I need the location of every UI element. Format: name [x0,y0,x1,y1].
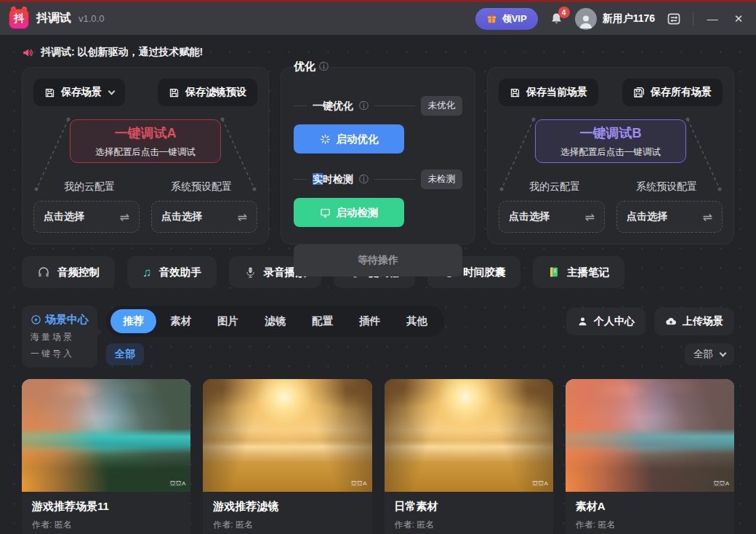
user-account[interactable]: 新用户1176 [575,8,655,30]
save-icon [169,87,180,98]
notification-bell[interactable]: 4 [550,12,563,25]
cloud-select-placeholder: 点击选择 [44,210,84,223]
info-icon[interactable]: ⓘ [319,60,329,73]
start-optimize-button[interactable]: 启动优化 [294,124,404,154]
scene-card[interactable]: 亞亞A 日常素材 作者: 匿名 [385,379,553,534]
panel-debug-b: 保存当前场景 保存所有场景 一键调试B 选择配置后点击一键调试 我的云配置 系统… [487,67,734,244]
save-scene-button[interactable]: 保存场景 [33,79,125,106]
save-current-scene-button[interactable]: 保存当前场景 [499,79,598,106]
image-watermark: 亞亞A [714,479,729,487]
debug-b-subtitle: 选择配置后点击一键调试 [560,146,661,159]
tab-plugins[interactable]: 插件 [347,309,393,333]
save-scene-label: 保存场景 [61,86,102,99]
tool-label: 时间胶囊 [463,266,505,279]
scene-filter-row: 全部 全部 [106,343,734,365]
card-title: 素材A [576,500,724,514]
card-thumbnail: 亞亞A [385,379,553,492]
tab-configs[interactable]: 配置 [299,309,345,333]
system-config-label: 系统预设配置 [145,180,257,194]
settings-panel-icon[interactable] [667,12,681,26]
one-key-debug-b-button[interactable]: 一键调试B 选择配置后点击一键调试 [535,119,686,163]
card-thumbnail: 亞亞A [22,379,190,492]
tab-images[interactable]: 图片 [205,309,251,333]
divider [374,105,415,106]
save-all-scenes-button[interactable]: 保存所有场景 [622,79,723,106]
swap-icon: ⇌ [120,210,129,224]
person-icon [577,316,588,327]
optimize-row-1: 一键优化 ⓘ 未优化 [294,96,462,116]
selected-char: 实 [313,173,323,185]
cloud-upload-icon [665,316,677,327]
card-author: 作者: 匿名 [395,519,543,531]
upload-scene-button[interactable]: 上传场景 [654,308,734,335]
wait-action-label: 等待操作 [358,254,398,267]
vip-label: 领VIP [502,12,527,25]
info-icon[interactable]: ⓘ [359,173,369,186]
announcement-text: 抖调试: 以创新驱动，通过技术赋能! [41,46,203,59]
tool-streamer-notes[interactable]: 主播笔记 [533,256,624,288]
image-watermark: 亞亞A [170,479,185,487]
sort-select[interactable]: 全部 [685,343,734,365]
vip-button[interactable]: 领VIP [475,8,538,30]
scene-center-section: 场景中心 海量场景 一键导入 推荐 素材 图片 滤镜 配置 插件 其他 [22,306,734,367]
card-title: 游戏推荐场景11 [32,500,180,514]
announcement-bar: 抖调试: 以创新驱动，通过技术赋能! [22,42,734,63]
tool-label: 主播笔记 [567,266,609,279]
cloud-select-placeholder: 点击选择 [509,210,550,223]
system-config-select[interactable]: 点击选择 ⇌ [616,201,723,233]
chevron-down-icon [720,349,727,356]
notebook-icon [548,266,560,278]
system-config-select[interactable]: 点击选择 ⇌ [151,201,257,233]
monitor-icon [320,207,331,218]
tab-filters[interactable]: 滤镜 [252,309,298,333]
close-button[interactable]: ✕ [731,12,746,25]
card-thumbnail: 亞亞A [566,379,734,492]
system-select-placeholder: 点击选择 [161,210,202,223]
swap-icon: ⇌ [585,210,595,224]
swap-icon: ⇌ [238,210,247,224]
tab-materials[interactable]: 素材 [158,309,204,333]
save-all-scenes-label: 保存所有场景 [651,86,712,99]
optimize-title-row: 优化 ⓘ [294,60,329,73]
card-thumbnail: 亞亞A [203,379,371,492]
panel-debug-a: 保存场景 保存滤镜预设 一键调试A 选择配置后点击一键调试 我的云配置 系统预设… [22,67,269,244]
username: 新用户1176 [603,12,655,25]
avatar [575,8,597,30]
save-icon [510,87,520,98]
one-key-optimize-label: 一键优化 [313,100,353,113]
scene-center-title-row: 场景中心 [31,313,90,327]
panels-row: 保存场景 保存滤镜预设 一键调试A 选择配置后点击一键调试 我的云配置 系统预设… [22,67,734,244]
tool-sound-effects[interactable]: ♫ 音效助手 [127,256,217,288]
start-detect-button[interactable]: 启动检测 [294,198,404,227]
label-rest: 时检测 [323,173,353,185]
optimize-status-badge: 未优化 [421,96,463,116]
panel-b-config-labels: 我的云配置 系统预设配置 [499,180,723,194]
filter-chip-all[interactable]: 全部 [106,343,144,365]
info-icon[interactable]: ⓘ [359,100,369,113]
system-config-label: 系统预设配置 [611,180,723,194]
cloud-config-select[interactable]: 点击选择 ⇌ [33,201,140,233]
scene-card[interactable]: 亞亞A 游戏推荐场景11 作者: 匿名 [22,379,190,534]
one-key-debug-a-button[interactable]: 一键调试A 选择配置后点击一键调试 [70,119,221,163]
tab-recommended[interactable]: 推荐 [110,309,156,333]
tool-label: 音频控制 [57,266,100,279]
scene-tabs-row: 推荐 素材 图片 滤镜 配置 插件 其他 个人中心 [106,306,734,337]
panel-a-toolbar: 保存场景 保存滤镜预设 [33,79,257,106]
minimize-button[interactable]: — [705,12,720,25]
profile-center-button[interactable]: 个人中心 [566,308,646,335]
tab-others[interactable]: 其他 [394,309,440,333]
main-content: 抖调试: 以创新驱动，通过技术赋能! 保存场景 [0,35,756,534]
tool-label: 音效助手 [159,266,201,279]
cloud-config-label: 我的云配置 [33,180,145,194]
panel-b-toolbar: 保存当前场景 保存所有场景 [499,79,723,106]
save-filter-preset-button[interactable]: 保存滤镜预设 [158,79,257,106]
card-body: 游戏推荐场景11 作者: 匿名 [22,492,190,534]
tool-audio-control[interactable]: 音频控制 [22,256,115,288]
card-title: 日常素材 [395,500,543,514]
scene-card[interactable]: 亞亞A 素材A 作者: 匿名 [566,379,734,534]
cloud-config-select[interactable]: 点击选择 ⇌ [499,201,605,233]
system-select-placeholder: 点击选择 [627,210,667,223]
megaphone-icon [22,47,34,59]
realtime-detect-label: 实时检测 [313,173,353,186]
scene-card[interactable]: 亞亞A 游戏推荐滤镜 作者: 匿名 [203,379,371,534]
